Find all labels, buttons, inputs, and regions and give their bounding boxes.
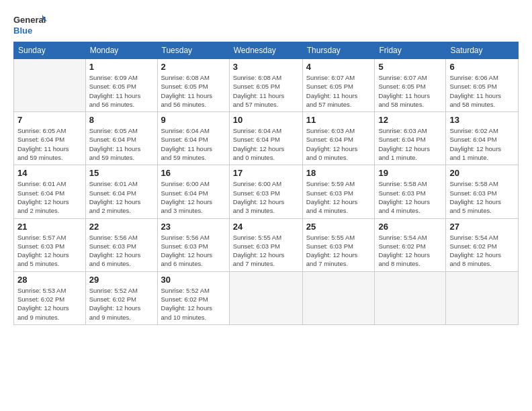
calendar-day-cell: 23Sunrise: 5:56 AMSunset: 6:03 PMDayligh… bbox=[157, 218, 229, 271]
day-info: Sunrise: 6:04 AMSunset: 6:04 PMDaylight:… bbox=[161, 126, 226, 162]
calendar-day-cell: 22Sunrise: 5:56 AMSunset: 6:03 PMDayligh… bbox=[85, 218, 157, 271]
calendar-day-cell: 20Sunrise: 5:58 AMSunset: 6:03 PMDayligh… bbox=[446, 165, 519, 218]
calendar-week-row: 28Sunrise: 5:53 AMSunset: 6:02 PMDayligh… bbox=[14, 271, 519, 324]
day-info: Sunrise: 6:00 AMSunset: 6:03 PMDaylight:… bbox=[233, 179, 299, 215]
day-info: Sunrise: 6:09 AMSunset: 6:05 PMDaylight:… bbox=[89, 73, 154, 109]
day-info: Sunrise: 6:08 AMSunset: 6:05 PMDaylight:… bbox=[161, 73, 226, 109]
day-number: 18 bbox=[306, 168, 371, 178]
day-number: 21 bbox=[17, 222, 82, 232]
day-number: 9 bbox=[161, 115, 226, 125]
day-number: 11 bbox=[306, 115, 371, 125]
day-number: 28 bbox=[17, 275, 82, 285]
calendar-week-row: 1Sunrise: 6:09 AMSunset: 6:05 PMDaylight… bbox=[14, 59, 519, 112]
day-info: Sunrise: 6:06 AMSunset: 6:05 PMDaylight:… bbox=[449, 73, 515, 109]
calendar-day-cell: 21Sunrise: 5:57 AMSunset: 6:03 PMDayligh… bbox=[14, 218, 86, 271]
calendar-header-cell: Monday bbox=[85, 42, 157, 59]
calendar-day-cell: 18Sunrise: 5:59 AMSunset: 6:03 PMDayligh… bbox=[302, 165, 375, 218]
day-number: 1 bbox=[89, 62, 154, 72]
calendar-day-cell bbox=[375, 271, 446, 324]
day-number: 26 bbox=[378, 222, 442, 232]
day-info: Sunrise: 6:03 AMSunset: 6:04 PMDaylight:… bbox=[306, 126, 371, 162]
day-number: 17 bbox=[233, 168, 299, 178]
calendar-day-cell: 10Sunrise: 6:04 AMSunset: 6:04 PMDayligh… bbox=[229, 112, 302, 165]
calendar-day-cell: 4Sunrise: 6:07 AMSunset: 6:05 PMDaylight… bbox=[302, 59, 375, 112]
day-info: Sunrise: 5:52 AMSunset: 6:02 PMDaylight:… bbox=[161, 286, 226, 322]
calendar-header-cell: Thursday bbox=[302, 42, 375, 59]
calendar-day-cell: 3Sunrise: 6:08 AMSunset: 6:05 PMDaylight… bbox=[229, 59, 302, 112]
day-number: 13 bbox=[449, 115, 515, 125]
day-number: 29 bbox=[89, 275, 154, 285]
calendar-table: SundayMondayTuesdayWednesdayThursdayFrid… bbox=[13, 42, 519, 325]
day-number: 15 bbox=[89, 168, 154, 178]
day-info: Sunrise: 6:03 AMSunset: 6:04 PMDaylight:… bbox=[378, 126, 442, 162]
calendar-day-cell: 8Sunrise: 6:05 AMSunset: 6:04 PMDaylight… bbox=[85, 112, 157, 165]
day-number: 3 bbox=[233, 62, 299, 72]
calendar-day-cell: 17Sunrise: 6:00 AMSunset: 6:03 PMDayligh… bbox=[229, 165, 302, 218]
day-info: Sunrise: 5:57 AMSunset: 6:03 PMDaylight:… bbox=[17, 233, 82, 269]
calendar-day-cell: 19Sunrise: 5:58 AMSunset: 6:03 PMDayligh… bbox=[375, 165, 446, 218]
day-number: 25 bbox=[306, 222, 371, 232]
day-number: 14 bbox=[17, 168, 82, 178]
header: General Blue bbox=[13, 12, 519, 38]
calendar-day-cell: 7Sunrise: 6:05 AMSunset: 6:04 PMDaylight… bbox=[14, 112, 86, 165]
day-info: Sunrise: 5:58 AMSunset: 6:03 PMDaylight:… bbox=[449, 179, 515, 215]
calendar-day-cell: 29Sunrise: 5:52 AMSunset: 6:02 PMDayligh… bbox=[85, 271, 157, 324]
day-number: 24 bbox=[233, 222, 299, 232]
calendar-day-cell: 16Sunrise: 6:00 AMSunset: 6:04 PMDayligh… bbox=[157, 165, 229, 218]
day-info: Sunrise: 6:05 AMSunset: 6:04 PMDaylight:… bbox=[89, 126, 154, 162]
day-info: Sunrise: 5:52 AMSunset: 6:02 PMDaylight:… bbox=[89, 286, 154, 322]
calendar-week-row: 14Sunrise: 6:01 AMSunset: 6:04 PMDayligh… bbox=[14, 165, 519, 218]
day-info: Sunrise: 5:53 AMSunset: 6:02 PMDaylight:… bbox=[17, 286, 82, 322]
svg-text:General: General bbox=[13, 15, 46, 25]
day-number: 7 bbox=[17, 115, 82, 125]
day-number: 8 bbox=[89, 115, 154, 125]
day-info: Sunrise: 6:07 AMSunset: 6:05 PMDaylight:… bbox=[306, 73, 371, 109]
calendar-week-row: 7Sunrise: 6:05 AMSunset: 6:04 PMDaylight… bbox=[14, 112, 519, 165]
logo-svg: General Blue bbox=[13, 12, 47, 38]
day-number: 4 bbox=[306, 62, 371, 72]
day-number: 22 bbox=[89, 222, 154, 232]
calendar-day-cell: 5Sunrise: 6:07 AMSunset: 6:05 PMDaylight… bbox=[375, 59, 446, 112]
day-info: Sunrise: 5:56 AMSunset: 6:03 PMDaylight:… bbox=[89, 233, 154, 269]
calendar-header-cell: Tuesday bbox=[157, 42, 229, 59]
calendar-day-cell: 6Sunrise: 6:06 AMSunset: 6:05 PMDaylight… bbox=[446, 59, 519, 112]
calendar-day-cell: 13Sunrise: 6:02 AMSunset: 6:04 PMDayligh… bbox=[446, 112, 519, 165]
day-number: 27 bbox=[449, 222, 515, 232]
day-info: Sunrise: 6:05 AMSunset: 6:04 PMDaylight:… bbox=[17, 126, 82, 162]
calendar-day-cell: 27Sunrise: 5:54 AMSunset: 6:02 PMDayligh… bbox=[446, 218, 519, 271]
calendar-day-cell: 14Sunrise: 6:01 AMSunset: 6:04 PMDayligh… bbox=[14, 165, 86, 218]
day-number: 10 bbox=[233, 115, 299, 125]
day-info: Sunrise: 5:56 AMSunset: 6:03 PMDaylight:… bbox=[161, 233, 226, 269]
calendar-day-cell bbox=[446, 271, 519, 324]
day-info: Sunrise: 5:59 AMSunset: 6:03 PMDaylight:… bbox=[306, 179, 371, 215]
day-info: Sunrise: 6:02 AMSunset: 6:04 PMDaylight:… bbox=[449, 126, 515, 162]
day-info: Sunrise: 6:00 AMSunset: 6:04 PMDaylight:… bbox=[161, 179, 226, 215]
day-number: 6 bbox=[449, 62, 515, 72]
logo: General Blue bbox=[13, 12, 47, 38]
calendar-day-cell: 15Sunrise: 6:01 AMSunset: 6:04 PMDayligh… bbox=[85, 165, 157, 218]
day-number: 16 bbox=[161, 168, 226, 178]
calendar-day-cell: 12Sunrise: 6:03 AMSunset: 6:04 PMDayligh… bbox=[375, 112, 446, 165]
svg-text:Blue: Blue bbox=[13, 26, 32, 36]
day-info: Sunrise: 5:54 AMSunset: 6:02 PMDaylight:… bbox=[378, 233, 442, 269]
day-info: Sunrise: 6:08 AMSunset: 6:05 PMDaylight:… bbox=[233, 73, 299, 109]
calendar-day-cell bbox=[302, 271, 375, 324]
day-number: 2 bbox=[161, 62, 226, 72]
calendar-day-cell: 26Sunrise: 5:54 AMSunset: 6:02 PMDayligh… bbox=[375, 218, 446, 271]
day-info: Sunrise: 6:01 AMSunset: 6:04 PMDaylight:… bbox=[17, 179, 82, 215]
day-info: Sunrise: 6:07 AMSunset: 6:05 PMDaylight:… bbox=[378, 73, 442, 109]
day-info: Sunrise: 5:58 AMSunset: 6:03 PMDaylight:… bbox=[378, 179, 442, 215]
calendar-day-cell: 11Sunrise: 6:03 AMSunset: 6:04 PMDayligh… bbox=[302, 112, 375, 165]
day-number: 20 bbox=[449, 168, 515, 178]
calendar-header-cell: Sunday bbox=[14, 42, 86, 59]
calendar-day-cell: 30Sunrise: 5:52 AMSunset: 6:02 PMDayligh… bbox=[157, 271, 229, 324]
calendar-day-cell: 2Sunrise: 6:08 AMSunset: 6:05 PMDaylight… bbox=[157, 59, 229, 112]
day-number: 19 bbox=[378, 168, 442, 178]
calendar-week-row: 21Sunrise: 5:57 AMSunset: 6:03 PMDayligh… bbox=[14, 218, 519, 271]
calendar-day-cell bbox=[229, 271, 302, 324]
day-info: Sunrise: 5:54 AMSunset: 6:02 PMDaylight:… bbox=[449, 233, 515, 269]
day-number: 30 bbox=[161, 275, 226, 285]
day-info: Sunrise: 6:01 AMSunset: 6:04 PMDaylight:… bbox=[89, 179, 154, 215]
day-info: Sunrise: 5:55 AMSunset: 6:03 PMDaylight:… bbox=[306, 233, 371, 269]
calendar-day-cell bbox=[14, 59, 86, 112]
